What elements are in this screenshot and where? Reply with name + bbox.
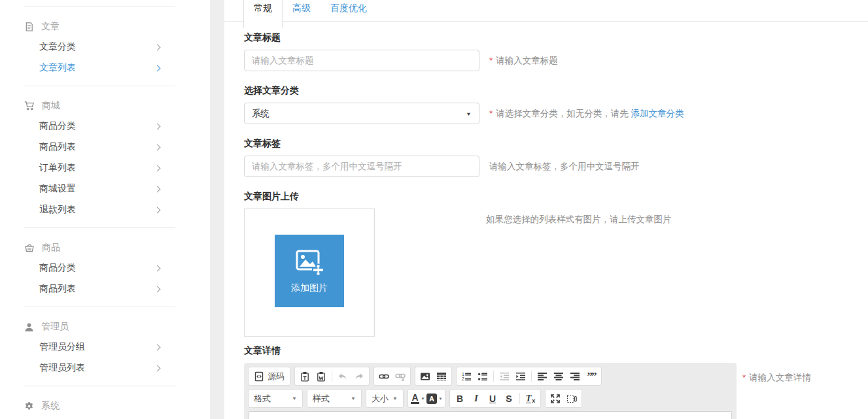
- chevron-right-icon: [154, 165, 161, 171]
- show-blocks-button[interactable]: [564, 391, 580, 406]
- bg-color-button[interactable]: A ▼: [426, 391, 443, 406]
- numbered-list-button[interactable]: 12: [459, 369, 474, 384]
- sidebar-item-product-list[interactable]: 商品列表: [24, 278, 175, 299]
- source-label: 源码: [268, 371, 285, 382]
- editor-content-area[interactable]: [249, 411, 732, 419]
- sidebar-section-label: 文章: [41, 21, 60, 33]
- tags-field-label: 文章标签: [244, 139, 868, 148]
- blockquote-button[interactable]: ””: [583, 369, 599, 384]
- source-button[interactable]: 源码: [251, 369, 288, 384]
- chevron-right-icon: [154, 186, 161, 192]
- sidebar-item-product-category[interactable]: 商品分类: [24, 258, 175, 278]
- tab-baidu-seo[interactable]: 百度优化: [321, 0, 377, 22]
- format-select[interactable]: 格式 ▼: [248, 389, 303, 408]
- article-title-input[interactable]: [244, 50, 479, 71]
- sidebar-item-goods-list[interactable]: 商品列表: [24, 137, 175, 158]
- sidebar-item-label: 管理员列表: [39, 362, 85, 374]
- sidebar-section-system-header[interactable]: 系统: [24, 396, 175, 416]
- format-select-label: 格式: [254, 393, 271, 405]
- paste-word-icon: [316, 371, 326, 382]
- sidebar-item-mall-settings[interactable]: 商城设置: [24, 178, 175, 199]
- align-center-button[interactable]: [551, 369, 566, 384]
- insert-table-button[interactable]: [434, 369, 449, 384]
- bulleted-list-button[interactable]: [475, 369, 491, 384]
- article-tags-input[interactable]: [244, 156, 479, 177]
- sidebar-item-basic-info[interactable]: 基本信息: [24, 416, 175, 419]
- image-icon: [420, 371, 430, 382]
- paste-text-button[interactable]: [297, 369, 313, 384]
- article-category-select[interactable]: 系统 ▼: [244, 103, 479, 124]
- tab-general[interactable]: 常规: [243, 0, 283, 28]
- show-blocks-icon: [566, 394, 577, 404]
- sidebar-item-admin-list[interactable]: 管理员列表: [24, 358, 175, 378]
- bold-icon: B: [457, 394, 463, 404]
- sidebar-section-label: 商品: [42, 242, 60, 254]
- paste-word-button[interactable]: [313, 369, 329, 384]
- sidebar-item-label: 订单列表: [39, 162, 76, 174]
- sidebar-section-admin-header[interactable]: 管理员: [24, 317, 175, 337]
- outdent-icon: [499, 371, 510, 382]
- style-select[interactable]: 样式 ▼: [307, 389, 362, 408]
- size-select[interactable]: 大小 ▼: [366, 389, 404, 408]
- unlink-button[interactable]: [392, 369, 408, 384]
- bold-button[interactable]: B: [452, 391, 468, 406]
- strikethrough-button[interactable]: S: [501, 391, 517, 406]
- sidebar-section-article: 文章 文章分类 文章列表: [24, 7, 175, 86]
- sidebar-item-refund-list[interactable]: 退款列表: [24, 199, 175, 220]
- add-category-link[interactable]: 添加文章分类: [631, 109, 684, 118]
- remove-format-button[interactable]: Tx: [523, 391, 538, 406]
- document-icon: [24, 22, 34, 32]
- sidebar-section-mall: 商城 商品分类 商品列表 订单列表 商城设置 退款列表: [24, 86, 175, 227]
- sidebar-content-gutter: [210, 0, 224, 419]
- add-image-label: 添加图片: [291, 282, 328, 294]
- sidebar-section-mall-header[interactable]: 商城: [24, 96, 175, 116]
- form-row-detail: 文章详情 源码: [244, 346, 868, 419]
- paste-text-icon: [300, 371, 310, 382]
- align-left-button[interactable]: [534, 369, 550, 384]
- maximize-icon: [550, 394, 561, 404]
- image-field-label: 文章图片上传: [244, 192, 868, 201]
- rich-text-editor: 源码: [244, 363, 737, 419]
- toolbar-separator: [493, 371, 494, 382]
- text-color-button[interactable]: A ▼: [410, 391, 426, 406]
- sidebar-item-article-category[interactable]: 文章分类: [24, 37, 175, 58]
- sidebar-item-label: 文章列表: [39, 62, 76, 74]
- sidebar-section-product-header[interactable]: 商品: [24, 238, 175, 258]
- italic-button[interactable]: I: [468, 391, 484, 406]
- italic-icon: I: [474, 393, 478, 404]
- add-image-button[interactable]: 添加图片: [275, 235, 344, 307]
- insert-image-button[interactable]: [417, 369, 433, 384]
- indent-button[interactable]: [513, 369, 529, 384]
- link-button[interactable]: [376, 369, 392, 384]
- sidebar-item-label: 商品分类: [39, 262, 76, 274]
- sidebar-item-order-list[interactable]: 订单列表: [24, 158, 175, 178]
- maximize-button[interactable]: [547, 391, 563, 406]
- redo-icon: [354, 371, 364, 382]
- align-left-icon: [537, 371, 547, 382]
- sidebar-section-label: 商城: [42, 100, 60, 112]
- underline-button[interactable]: U: [485, 391, 500, 406]
- chevron-right-icon: [154, 207, 161, 213]
- numbered-list-icon: 12: [461, 371, 472, 382]
- sidebar-section-label: 管理员: [41, 321, 69, 333]
- outdent-button[interactable]: [496, 369, 512, 384]
- basket-icon: [24, 243, 35, 253]
- caret-down-icon: ▼: [438, 397, 443, 401]
- sidebar-section-article-header[interactable]: 文章: [24, 17, 175, 37]
- align-right-icon: [570, 371, 580, 382]
- note-text: 如果您选择的列表样式有图片，请上传文章图片: [486, 214, 672, 224]
- undo-button[interactable]: [335, 369, 351, 384]
- svg-text:1: 1: [462, 371, 464, 376]
- form-row-category: 选择文章分类 系统 ▼ *请选择文章分类，如无分类，请先 添加文章分类: [244, 86, 868, 124]
- sidebar: 文章 文章分类 文章列表 商城 商品分类 商品列表: [0, 0, 210, 419]
- chevron-right-icon: [154, 44, 161, 50]
- toolbar-separator: [531, 371, 532, 382]
- align-right-button[interactable]: [567, 369, 583, 384]
- style-select-label: 样式: [313, 393, 330, 405]
- redo-button[interactable]: [351, 369, 367, 384]
- note-text: 请输入文章标签，多个用中文逗号隔开: [489, 161, 640, 171]
- sidebar-item-admin-group[interactable]: 管理员分组: [24, 337, 175, 358]
- sidebar-item-goods-category[interactable]: 商品分类: [24, 116, 175, 137]
- sidebar-item-article-list[interactable]: 文章列表: [24, 58, 175, 78]
- tab-advanced[interactable]: 高级: [283, 0, 321, 22]
